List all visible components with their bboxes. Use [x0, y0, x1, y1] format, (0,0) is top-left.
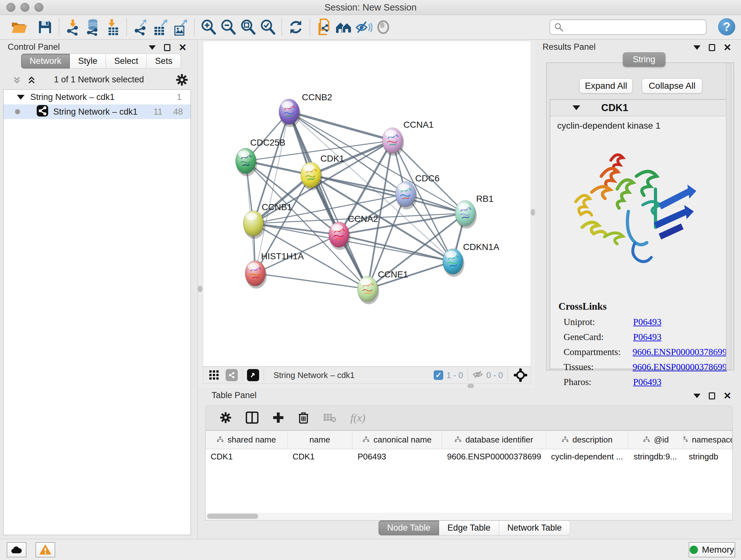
import-network-button[interactable]: [63, 17, 83, 37]
column-header-database-identifier[interactable]: database identifier: [442, 431, 546, 449]
node-CCNE1[interactable]: [357, 276, 379, 304]
network-row[interactable]: String Network – cdk1 11 48: [3, 105, 191, 119]
zoom-fit-button[interactable]: [238, 17, 258, 37]
table-cell[interactable]: cyclin-dependent ...: [546, 449, 629, 465]
network-graph[interactable]: CCNB2CCNA1CDC25BCDK1CDC6RB1CCNB1CCNA2CDK…: [203, 41, 531, 366]
delete-table-button[interactable]: [323, 413, 336, 424]
close-panel-icon[interactable]: ✕: [724, 44, 731, 51]
node-CDC6[interactable]: [395, 181, 417, 209]
show-columns-button[interactable]: [246, 412, 259, 425]
export-table-button[interactable]: [151, 17, 171, 37]
birds-eye-view-button[interactable]: [206, 365, 222, 385]
node-CCNA2[interactable]: [329, 222, 350, 250]
save-session-button[interactable]: [35, 17, 55, 37]
left-splitter-handle[interactable]: [198, 286, 202, 292]
tab-select[interactable]: Select: [106, 54, 147, 69]
search-input[interactable]: [567, 22, 703, 32]
export-image-button[interactable]: [171, 17, 190, 37]
first-neighbors-button[interactable]: [334, 17, 354, 37]
horizontal-splitter-handle[interactable]: [468, 384, 474, 388]
zoom-out-button[interactable]: [218, 17, 238, 37]
tab-node-table[interactable]: Node Table: [379, 520, 439, 536]
edge-CCNB2-CCNE1[interactable]: [289, 112, 367, 289]
help-button[interactable]: ?: [718, 18, 735, 36]
network-share-icon[interactable]: [226, 369, 238, 381]
table-cell[interactable]: P06493: [352, 449, 442, 465]
right-splitter-handle[interactable]: [531, 209, 535, 215]
table-cell[interactable]: stringdb: [684, 449, 732, 465]
results-tab-string[interactable]: String: [623, 52, 665, 67]
node-RB1[interactable]: [455, 200, 477, 229]
table-options-button[interactable]: [219, 412, 232, 425]
float-menu-icon[interactable]: [693, 394, 700, 398]
node-CCNB2[interactable]: [279, 99, 300, 127]
float-panel-icon[interactable]: [164, 44, 171, 51]
column-header-id[interactable]: @id: [628, 431, 684, 449]
table-row[interactable]: CDK1CDK1P064939606.ENSP00000378699cyclin…: [205, 449, 732, 465]
float-menu-icon[interactable]: [149, 45, 156, 50]
delete-column-button[interactable]: [298, 411, 309, 425]
table-cell[interactable]: CDK1: [205, 449, 287, 465]
tab-sets[interactable]: Sets: [147, 54, 181, 69]
column-header-namespace[interactable]: namespace: [684, 431, 732, 449]
edge-CCNB2-RB1[interactable]: [289, 112, 465, 213]
crosslink-link[interactable]: P06493: [633, 317, 662, 327]
collection-expander-icon[interactable]: [17, 95, 24, 100]
edge-CCNA2-CDKN1A[interactable]: [339, 235, 453, 261]
column-header-shared-name[interactable]: shared name: [205, 431, 287, 449]
network-collection-row[interactable]: String Network – cdk1 1: [3, 90, 191, 105]
crosslink-link[interactable]: P06493: [633, 377, 662, 387]
table-cell[interactable]: stringdb:9...: [628, 449, 684, 465]
column-header-name[interactable]: name: [287, 431, 353, 449]
fit-content-button[interactable]: [512, 365, 529, 385]
network-options-button[interactable]: [176, 73, 188, 87]
scrollbar-thumb[interactable]: [207, 514, 258, 519]
edge-CCNB2-HIST1H1A[interactable]: [255, 112, 289, 273]
edge-HIST1H1A-CCNE1[interactable]: [255, 273, 367, 289]
network-from-selection-button[interactable]: [314, 17, 334, 37]
import-network-from-database-button[interactable]: [83, 17, 103, 37]
network-canvas[interactable]: CCNB2CCNA1CDC25BCDK1CDC6RB1CCNB1CCNA2CDK…: [203, 41, 531, 367]
crosslink-link[interactable]: 9606.ENSP00000378699: [632, 362, 727, 372]
zoom-selected-button[interactable]: [258, 17, 278, 37]
refresh-view-button[interactable]: [286, 17, 306, 37]
column-header-description[interactable]: description: [546, 431, 629, 449]
tab-edge-table[interactable]: Edge Table: [439, 520, 499, 536]
collapse-section-icon[interactable]: [572, 105, 580, 110]
crosslink-link[interactable]: 9606.ENSP00000378699: [632, 347, 727, 357]
gene-section-header[interactable]: CDK1: [550, 100, 727, 116]
cloud-status-button[interactable]: [7, 542, 26, 557]
float-panel-icon[interactable]: [709, 44, 715, 51]
float-panel-icon[interactable]: [709, 392, 715, 399]
show-all-button[interactable]: [374, 17, 393, 37]
zoom-in-button[interactable]: [199, 17, 218, 37]
tab-network[interactable]: Network: [21, 54, 70, 69]
open-in-window-button[interactable]: [247, 369, 259, 381]
close-panel-icon[interactable]: ✕: [179, 44, 187, 51]
column-header-canonical-name[interactable]: canonical name: [352, 431, 442, 449]
open-session-button[interactable]: [10, 17, 29, 37]
hide-selected-button[interactable]: [354, 17, 374, 37]
table-cell[interactable]: CDK1: [287, 449, 353, 465]
table-cell[interactable]: 9606.ENSP00000378699: [442, 449, 546, 465]
node-HIST1H1A[interactable]: [245, 260, 267, 289]
import-table-button[interactable]: [103, 17, 123, 37]
float-menu-icon[interactable]: [693, 45, 700, 50]
node-CCNB1[interactable]: [243, 211, 265, 239]
function-builder-button[interactable]: f(x): [350, 412, 365, 424]
add-column-button[interactable]: [273, 412, 284, 424]
warnings-button[interactable]: [36, 542, 55, 557]
memory-button[interactable]: Memory: [689, 542, 735, 557]
table-horizontal-scrollbar[interactable]: [206, 513, 732, 520]
node-CDKN1A[interactable]: [443, 249, 464, 277]
control-panel-title: Control Panel: [8, 42, 60, 52]
close-panel-icon[interactable]: ✕: [724, 392, 731, 399]
export-network-button[interactable]: [131, 17, 151, 37]
expand-all-button[interactable]: Expand All: [579, 78, 633, 94]
tab-style[interactable]: Style: [70, 54, 106, 69]
crosslink-link[interactable]: P06493: [633, 332, 662, 342]
tab-network-table[interactable]: Network Table: [499, 520, 570, 536]
collapse-all-button[interactable]: Collapse All: [642, 78, 702, 94]
results-scrollbar[interactable]: [726, 64, 731, 369]
selected-nodes-checkbox[interactable]: ✓: [434, 370, 443, 380]
